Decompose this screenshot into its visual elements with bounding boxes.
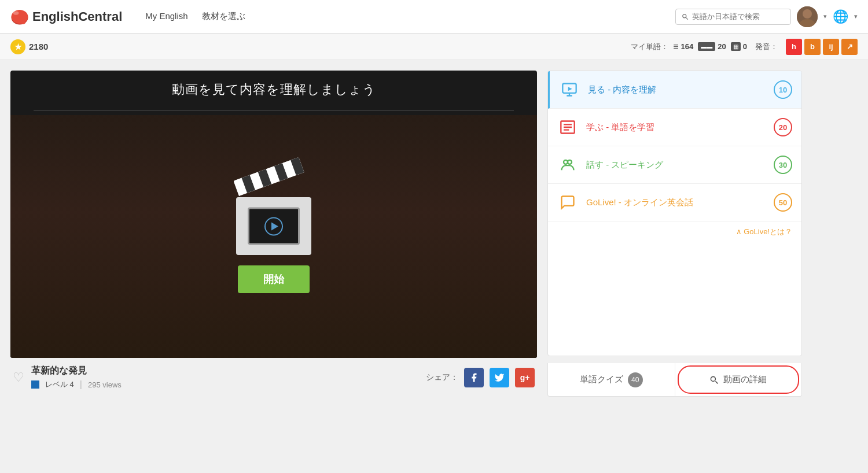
vocab-cards-count: 20: [718, 42, 726, 51]
vocab-quiz-label: 単語クイズ: [580, 374, 623, 385]
pron-btn-b[interactable]: b: [804, 39, 821, 55]
pronunciation-buttons: h b ij ↗: [786, 39, 858, 55]
globe-dropdown-arrow[interactable]: ▾: [854, 13, 858, 20]
score-value: 2180: [29, 42, 48, 51]
vocab-cards-item: ▬▬ 20: [698, 42, 726, 51]
nav-my-english[interactable]: My English: [145, 11, 187, 22]
video-section: 動画を見て内容を理解しましょう: [10, 71, 537, 397]
vocab-grid-count: 0: [743, 42, 747, 51]
video-player: 動画を見て内容を理解しましょう: [10, 71, 537, 358]
svg-marker-12: [568, 87, 572, 91]
video-meta: 革新的な発見 レベル 4 | 295 views: [31, 365, 122, 390]
pron-btn-u[interactable]: ij: [823, 39, 839, 55]
vocab-grid-icon: ▦: [731, 42, 741, 51]
learn-icon: [557, 117, 578, 138]
svg-point-18: [568, 160, 572, 164]
video-canvas: 開始: [10, 115, 537, 358]
svg-line-20: [716, 381, 718, 383]
vocab-cards-icon: ▬▬: [698, 42, 715, 51]
video-divider: [34, 110, 514, 110]
clapperboard: 開始: [236, 180, 311, 293]
pron-btn-arrow[interactable]: ↗: [841, 39, 858, 55]
start-button[interactable]: 開始: [238, 265, 310, 293]
video-detail-label: 動画の詳細: [723, 374, 767, 385]
header: EnglishCentral My English 教材を選ぶ ▾ 🌐: [0, 0, 868, 34]
video-info-bar: ♡ 革新的な発見 レベル 4 | 295 views シェア： g+: [10, 358, 537, 397]
vocab-list-item: ≡ 164: [673, 42, 693, 52]
search-detail-icon: [709, 375, 719, 385]
nav-choose-material[interactable]: 教材を選ぶ: [202, 11, 245, 22]
avatar-image: [797, 6, 818, 27]
right-panel: 見る - 内容を理解 10 学ぶ - 単語を学習 20: [547, 71, 802, 397]
watch-icon: [559, 79, 580, 100]
speak-icon: [557, 154, 578, 175]
video-details: レベル 4 | 295 views: [31, 379, 122, 390]
vocab-quiz-score: 40: [628, 372, 643, 387]
svg-point-4: [683, 14, 686, 17]
stats-bar: ★ 2180 マイ単語： ≡ 164 ▬▬ 20 ▦ 0 発音： h b ij …: [0, 34, 868, 60]
search-icon: [682, 12, 689, 21]
share-label: シェア：: [426, 372, 458, 383]
activity-speak[interactable]: 話す - スピーキング 30: [548, 146, 801, 184]
video-title-bar: 動画を見て内容を理解しましょう: [10, 71, 537, 105]
level-badge: [31, 380, 39, 389]
bottom-panel: 単語クイズ 40 動画の詳細: [547, 363, 802, 397]
vocab-stats: マイ単語： ≡ 164 ▬▬ 20 ▦ 0: [631, 42, 747, 52]
logo-text: EnglishCentral: [32, 9, 122, 24]
activity-learn-score: 20: [774, 118, 792, 136]
main-nav: My English 教材を選ぶ: [145, 11, 245, 22]
stats-right: マイ単語： ≡ 164 ▬▬ 20 ▦ 0 発音： h b ij ↗: [631, 39, 858, 55]
activity-golive[interactable]: GoLive! - オンライン英会話 50: [548, 184, 801, 221]
activity-speak-score: 30: [774, 156, 792, 174]
activity-watch-label: 見る - 内容を理解: [588, 84, 766, 95]
vocab-grid-item: ▦ 0: [731, 42, 747, 51]
star-score: ★ 2180: [10, 39, 48, 54]
activity-watch-score: 10: [774, 80, 792, 99]
svg-point-19: [711, 376, 716, 381]
video-title: 動画を見て内容を理解しましょう: [172, 82, 376, 97]
star-icon: ★: [10, 39, 25, 54]
activity-watch[interactable]: 見る - 内容を理解 10: [548, 71, 801, 109]
twitter-share-button[interactable]: [490, 368, 509, 387]
activity-golive-score: 50: [774, 193, 792, 212]
svg-line-5: [686, 17, 688, 20]
logo-bubble-icon: [10, 8, 29, 26]
activity-speak-label: 話す - スピーキング: [586, 160, 766, 171]
golive-link: ∧ GoLive!とは？: [548, 221, 801, 245]
search-input[interactable]: [692, 12, 785, 21]
activity-golive-label: GoLive! - オンライン英会話: [586, 197, 766, 208]
googleplus-share-button[interactable]: g+: [515, 368, 535, 387]
golive-icon: [557, 192, 578, 213]
activity-learn[interactable]: 学ぶ - 単語を学習 20: [548, 109, 801, 146]
vocab-list-icon: ≡: [673, 42, 678, 52]
svg-point-7: [803, 9, 812, 19]
pronunciation-label: 発音：: [755, 42, 778, 52]
level-text: レベル 4: [45, 379, 74, 390]
vocab-list-count: 164: [681, 42, 694, 51]
facebook-share-button[interactable]: [464, 368, 484, 387]
search-box[interactable]: [675, 9, 791, 25]
pron-btn-h[interactable]: h: [786, 39, 802, 55]
activity-panel: 見る - 内容を理解 10 学ぶ - 単語を学習 20: [547, 71, 802, 356]
activity-learn-label: 学ぶ - 単語を学習: [586, 122, 766, 133]
heart-icon[interactable]: ♡: [13, 370, 24, 385]
main-content: 動画を見て内容を理解しましょう: [0, 60, 868, 407]
user-dropdown-arrow[interactable]: ▾: [823, 13, 827, 20]
video-detail-button[interactable]: 動画の詳細: [675, 363, 802, 396]
header-right: ▾ 🌐 ▾: [675, 6, 858, 27]
vocab-label: マイ単語：: [631, 42, 668, 52]
svg-point-3: [13, 11, 19, 14]
user-avatar[interactable]: [797, 6, 818, 27]
share-area: シェア： g+: [426, 368, 535, 387]
logo[interactable]: EnglishCentral: [10, 8, 122, 26]
views-count: 295 views: [88, 380, 122, 389]
globe-icon[interactable]: 🌐: [833, 9, 848, 24]
video-name: 革新的な発見: [31, 365, 122, 377]
golive-what-link[interactable]: ∧ GoLive!とは？: [736, 227, 792, 236]
vocab-quiz-button[interactable]: 単語クイズ 40: [548, 363, 675, 396]
